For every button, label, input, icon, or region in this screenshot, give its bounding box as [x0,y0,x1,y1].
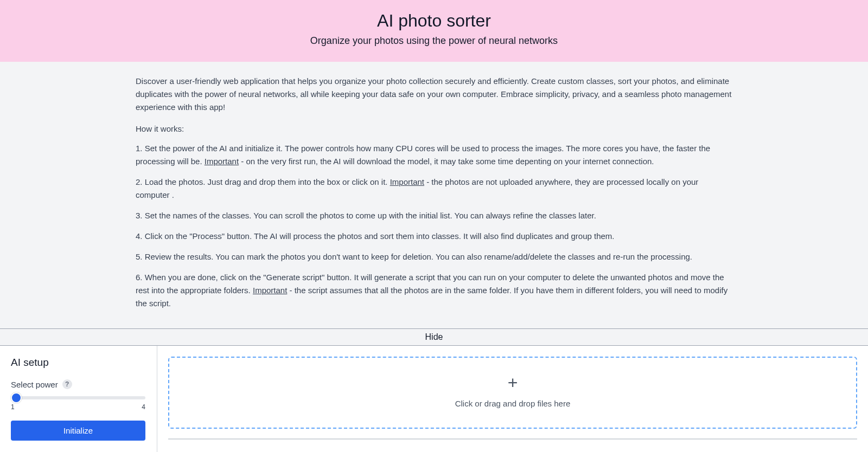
step-item: Set the power of the AI and initialize i… [136,142,732,168]
step-item: Set the names of the classes. You can sc… [136,209,732,222]
app-subtitle: Organize your photos using the power of … [0,35,868,47]
step-item: Click on the "Process" button. The AI wi… [136,230,732,243]
power-slider[interactable] [11,392,145,396]
slider-track [11,396,145,399]
intro-description: Discover a user-friendly web application… [136,75,732,114]
important-word: Important [390,177,424,186]
plus-icon: + [169,374,856,391]
slider-min: 1 [11,403,15,411]
slider-thumb[interactable] [11,392,22,403]
content-divider [168,438,857,440]
how-it-works-label: How it works: [136,122,732,135]
main-area: AI setup Select power ? 1 4 Initialize S… [0,346,868,452]
app-header: AI photo sorter Organize your photos usi… [0,0,868,62]
slider-labels: 1 4 [11,403,145,411]
file-dropzone[interactable]: + Click or drag and drop files here [168,357,857,429]
power-label: Select power [11,380,58,389]
hide-toggle[interactable]: Hide [0,328,868,346]
dropzone-text: Click or drag and drop files here [169,399,856,408]
step-item: Review the results. You can mark the pho… [136,250,732,263]
intro-section: Discover a user-friendly web application… [130,62,738,328]
sidebar-title: AI setup [11,357,146,369]
ai-setup-sidebar: AI setup Select power ? 1 4 Initialize S… [0,346,157,452]
steps-list: Set the power of the AI and initialize i… [136,142,732,310]
slider-max: 4 [142,403,145,411]
initialize-button[interactable]: Initialize [11,421,145,441]
step-item: Load the photos. Just drag and drop them… [136,176,732,202]
power-row: Select power ? [11,379,146,389]
help-icon[interactable]: ? [62,379,72,389]
app-title: AI photo sorter [0,11,868,31]
content-area: + Click or drag and drop files here [157,346,868,452]
important-word: Important [205,157,239,166]
step-item: When you are done, click on the "Generat… [136,271,732,310]
important-word: Important [253,286,287,295]
